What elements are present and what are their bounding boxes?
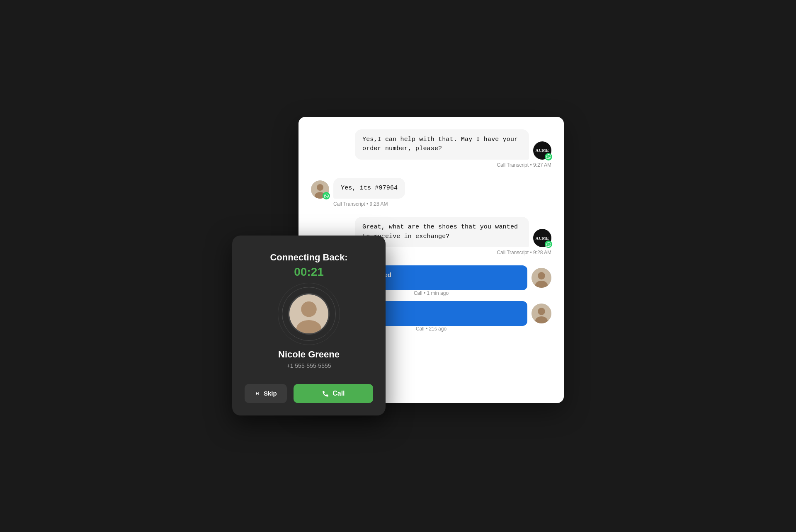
call-user-avatar-2 (531, 304, 551, 323)
connecting-title: Connecting Back: (270, 252, 347, 263)
whatsapp-badge-user-1 (323, 192, 330, 199)
whatsapp-badge-1 (545, 153, 552, 160)
call-user-avatar-1 (531, 268, 551, 288)
call-button[interactable]: Call (294, 384, 373, 403)
skip-button[interactable]: Skip (245, 384, 287, 403)
svg-point-1 (317, 184, 323, 191)
caller-avatar-wrap (286, 291, 332, 337)
user-avatar-1 (311, 180, 329, 199)
connecting-timer: 00:21 (294, 265, 324, 279)
svg-point-7 (538, 308, 545, 315)
connecting-panel: Connecting Back: 00:21 Nicole Greene +1 … (232, 236, 386, 415)
caller-avatar (288, 293, 330, 335)
action-buttons: Skip Call (245, 384, 373, 403)
message-row-user-1: Yes, its #97964 (311, 178, 551, 199)
whatsapp-badge-2 (545, 240, 552, 248)
svg-point-10 (301, 301, 317, 317)
caller-name: Nicole Greene (278, 349, 340, 360)
bubble-agent-1: Yes,I can help with that. May I have you… (355, 129, 529, 160)
meta-user-1: Call Transcript • 9:28 AM (311, 201, 551, 207)
agent-avatar-1: ACME (533, 141, 551, 160)
skip-icon (255, 391, 260, 396)
call-icon (322, 390, 329, 397)
message-row-agent-1: ACME Yes,I can help with that. May I hav… (311, 129, 551, 160)
meta-agent-1: Call Transcript • 9:27 AM (311, 162, 551, 168)
agent-avatar-2: ACME (533, 229, 551, 247)
svg-point-4 (538, 272, 545, 279)
bubble-user-1: Yes, its #97964 (333, 178, 405, 199)
caller-number: +1 555-555-5555 (286, 362, 331, 369)
